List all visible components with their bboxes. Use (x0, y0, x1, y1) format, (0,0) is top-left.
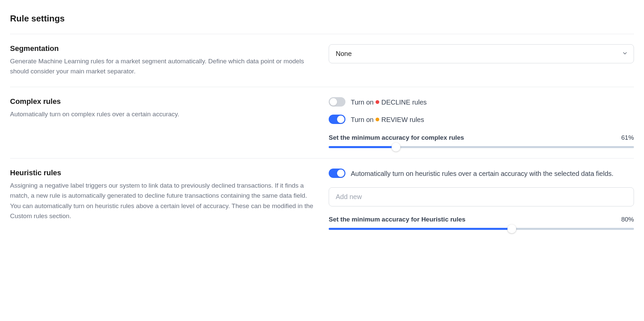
review-rules-label: Turn on REVIEW rules (351, 115, 424, 125)
slider-fill (329, 146, 396, 148)
review-dot-icon (376, 118, 379, 121)
heuristic-rules-description: Assigning a negative label triggers our … (10, 181, 315, 221)
complex-rules-description: Automatically turn on complex rules over… (10, 109, 315, 119)
slider-thumb[interactable] (507, 224, 516, 233)
review-rules-toggle[interactable] (329, 115, 345, 124)
decline-prefix: Turn on (351, 97, 374, 107)
decline-text: DECLINE rules (381, 97, 427, 107)
segmentation-section: Segmentation Generate Machine Learning r… (10, 34, 634, 87)
decline-rules-toggle[interactable] (329, 97, 345, 107)
segmentation-select[interactable]: None (329, 44, 634, 63)
decline-rules-label: Turn on DECLINE rules (351, 97, 427, 107)
slider-fill (329, 228, 512, 230)
toggle-knob (330, 98, 337, 106)
heuristic-rules-heading: Heuristic rules (10, 169, 315, 177)
slider-thumb[interactable] (392, 143, 400, 151)
segmentation-select-wrapper: None (329, 44, 634, 63)
complex-slider-value: 61% (621, 134, 634, 141)
decline-rules-row: Turn on DECLINE rules (329, 97, 634, 107)
complex-slider-title: Set the minimum accuracy for complex rul… (329, 134, 464, 141)
heuristic-slider-title: Set the minimum accuracy for Heuristic r… (329, 216, 466, 223)
segmentation-description: Generate Machine Learning rules for a ma… (10, 56, 315, 77)
heuristic-auto-toggle[interactable] (329, 169, 345, 178)
heuristic-add-new-input[interactable] (329, 187, 634, 206)
complex-rules-section: Complex rules Automatically turn on comp… (10, 87, 634, 158)
review-prefix: Turn on (351, 115, 374, 125)
heuristic-slider-header: Set the minimum accuracy for Heuristic r… (329, 216, 634, 223)
heuristic-auto-row: Automatically turn on heuristic rules ov… (329, 169, 634, 179)
complex-accuracy-slider[interactable] (329, 146, 634, 148)
heuristic-rules-section: Heuristic rules Assigning a negative lab… (10, 158, 634, 240)
heuristic-auto-label: Automatically turn on heuristic rules ov… (351, 169, 614, 179)
heuristic-slider-value: 80% (621, 216, 634, 223)
heuristic-accuracy-slider[interactable] (329, 228, 634, 230)
complex-rules-heading: Complex rules (10, 97, 315, 106)
toggle-knob (337, 170, 344, 177)
review-rules-row: Turn on REVIEW rules (329, 115, 634, 125)
review-text: REVIEW rules (381, 115, 424, 125)
page-title: Rule settings (10, 13, 634, 24)
decline-dot-icon (376, 100, 379, 104)
segmentation-heading: Segmentation (10, 44, 315, 53)
complex-slider-header: Set the minimum accuracy for complex rul… (329, 134, 634, 141)
toggle-knob (337, 116, 344, 123)
